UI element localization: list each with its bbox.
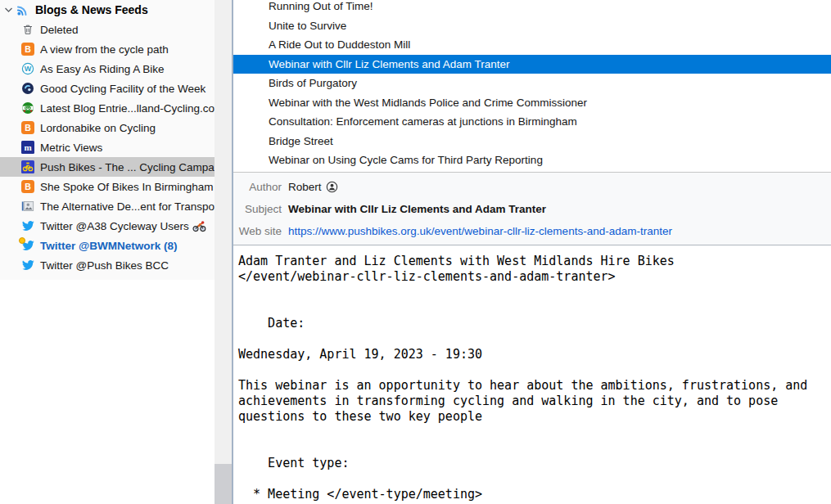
account-name: Blogs & News Feeds [35,3,148,16]
feed-label: Good Cycling Facility of the Week [40,83,205,95]
feed-label: Twitter @Push Bikes BCC [40,259,169,272]
subject-value: Webinar with Cllr Liz Clements and Adam … [288,203,546,215]
twitter-icon [21,259,34,272]
chevron-down-icon[interactable] [2,4,15,16]
feed-item-twitter-push-bikes-bcc[interactable]: Twitter @Push Bikes BCC [0,255,215,275]
svg-text:B: B [25,44,31,54]
message-subject: Consultation: Enforcement cameras at jun… [269,115,577,128]
message-row[interactable]: Running Out of Time! [233,0,831,16]
twitter-icon [21,219,34,232]
twitter-new-messages-icon [21,239,34,252]
folder-tree: Blogs & News Feeds Deleted B A view from… [0,0,215,280]
message-body-pane: Adam Tranter and Liz Clements with West … [233,245,831,504]
message-subject: Webinar with the West Midlands Police an… [269,97,587,109]
message-subject: Webinar on Using Cycle Cams for Third Pa… [269,154,543,166]
blogger-icon: B [21,121,34,134]
push-bikes-icon [21,160,34,173]
globe-icon [21,82,34,95]
feed-label: Push Bikes - The ... Cycling Campaign [40,161,215,173]
contact-icon[interactable] [326,181,338,193]
feed-item-deleted[interactable]: Deleted [0,20,215,39]
svg-text:m: m [24,142,31,152]
trash-icon [21,23,34,36]
author-row: Author Robert [233,176,831,198]
feed-item-latest-blog-entries[interactable]: Latest Blog Entrie...lland-Cycling.com [0,98,215,118]
message-body-text: Adam Tranter and Liz Clements with West … [233,245,831,502]
message-row[interactable]: Birds of Purgatory [233,74,831,93]
message-subject: Unite to Survive [269,20,346,32]
feed-item-she-spoke-of-bikes[interactable]: B She Spoke Of Bikes In Birmingham [0,177,215,196]
author-value: Robert [288,181,322,193]
account-row-blogs-news-feeds[interactable]: Blogs & News Feeds [0,0,215,20]
mail-app-window: Blogs & News Feeds Deleted B A view from… [0,0,831,504]
feed-label: As Easy As Riding A Bike [40,63,165,75]
message-subject: Running Out of Time! [269,0,373,12]
blogger-icon: B [21,43,34,56]
folder-pane-scrollbar[interactable] [215,0,232,504]
subject-row: Subject Webinar with Cllr Liz Clements a… [233,198,831,220]
message-row[interactable]: Webinar with the West Midlands Police an… [233,93,831,113]
message-row[interactable]: Webinar on Using Cycle Cams for Third Pa… [233,151,831,170]
new-messages-badge [19,237,25,244]
feed-item-good-cycling-facility[interactable]: Good Cycling Facility of the Week [0,79,215,98]
message-subject: Birds of Purgatory [269,77,357,89]
blogger-icon: B [21,180,34,193]
feed-label: Deleted [40,24,79,36]
feed-label: Twitter @A38 Cycleway Users [40,220,189,232]
message-row[interactable]: Consultation: Enforcement cameras at jun… [233,112,831,132]
metric-views-icon: m [21,141,34,154]
message-row-selected[interactable]: Webinar with Cllr Liz Clements and Adam … [233,55,831,74]
message-subject: A Ride Out to Duddeston Mill [269,38,410,51]
feed-item-push-bikes[interactable]: Push Bikes - The ... Cycling Campaign [0,157,215,177]
feed-label: A view from the cycle path [40,43,169,56]
svg-text:B: B [25,123,31,133]
message-row[interactable]: Bridge Street [233,132,831,151]
message-row[interactable]: A Ride Out to Duddeston Mill [233,35,831,55]
message-list: Running Out of Time! Unite to Survive A … [233,0,831,173]
website-link[interactable]: https://www.pushbikes.org.uk/event/webin… [288,225,672,237]
website-label: Web site [233,225,282,237]
rss-feed-icon [16,3,29,16]
svg-text:B: B [25,182,31,191]
website-row: Web site https://www.pushbikes.org.uk/ev… [233,220,831,242]
feed-label: She Spoke Of Bikes In Birmingham [40,181,214,193]
feed-item-twitter-a38[interactable]: Twitter @A38 Cycleway Users [0,216,215,236]
feed-label: Latest Blog Entrie...lland-Cycling.com [40,102,215,115]
feed-label: Lordonabike on Cycling [40,122,156,134]
feed-item-twitter-bwmnetwork[interactable]: Twitter @BWMNetwork (8) [0,236,215,255]
feed-label: Twitter @BWMNetwork (8) [40,240,177,252]
feed-item-lordonabike[interactable]: B Lordonabike on Cycling [0,118,215,137]
author-label: Author [233,181,282,193]
cycling-holland-icon [21,101,34,115]
feed-item-alternative-dept[interactable]: The Alternative De...ent for Transport [0,196,215,216]
message-row[interactable]: Unite to Survive [233,16,831,36]
message-subject: Webinar with Cllr Liz Clements and Adam … [269,58,510,70]
message-subject: Bridge Street [269,135,333,147]
cyclist-emoji-icon [192,220,206,232]
feed-item-metric-views[interactable]: m Metric Views [0,137,215,157]
subject-label: Subject [233,203,282,215]
feed-item-as-easy-as-riding[interactable]: W As Easy As Riding A Bike [0,59,215,79]
main-area: Running Out of Time! Unite to Survive A … [233,0,831,504]
feed-item-view-from-cycle-path[interactable]: B A view from the cycle path [0,39,215,59]
feed-label: The Alternative De...ent for Transport [40,200,215,213]
svg-text:W: W [25,65,32,73]
photo-icon [21,200,34,213]
scrollbar-thumb[interactable] [215,464,232,504]
feed-label: Metric Views [40,142,102,154]
wordpress-icon: W [21,62,34,75]
message-header-pane: Author Robert Subject Webinar with Cllr … [233,173,831,245]
folder-pane: Blogs & News Feeds Deleted B A view from… [0,0,215,504]
